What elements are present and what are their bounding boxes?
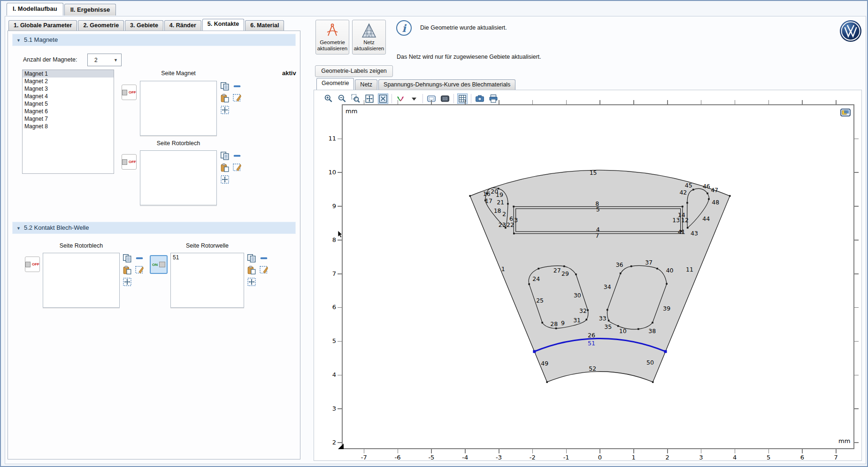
chevron-down-icon: ▼ bbox=[114, 58, 121, 62]
geometry-vertex bbox=[541, 322, 543, 324]
seite-magnet-toggle[interactable]: OFF bbox=[122, 85, 137, 100]
zoom-out-icon[interactable] bbox=[337, 93, 347, 104]
edge-label-17: 17 bbox=[485, 197, 492, 204]
grid-icon[interactable] bbox=[457, 93, 468, 104]
zoom-in-icon[interactable] bbox=[323, 93, 334, 104]
axis-tick bbox=[338, 307, 342, 308]
magnet-list-item[interactable]: Magnet 4 bbox=[23, 93, 114, 100]
axis-tick bbox=[633, 449, 634, 453]
zoom-box-icon[interactable] bbox=[351, 93, 361, 104]
rotorwelle-toggle[interactable]: ON bbox=[150, 255, 168, 274]
zoom-extents-icon[interactable] bbox=[364, 93, 375, 104]
magnet-list-item[interactable]: Magnet 3 bbox=[23, 85, 114, 93]
copy-selection-icon[interactable] bbox=[220, 151, 230, 161]
seite-rotorblech-toggle[interactable]: OFF bbox=[122, 154, 137, 170]
edge-label-7: 7 bbox=[595, 232, 599, 239]
copy-selection-icon[interactable] bbox=[123, 254, 132, 263]
rotorwelle-selection-box[interactable]: 51 bbox=[170, 253, 244, 308]
magnet-list-item[interactable]: Magnet 5 bbox=[23, 100, 114, 108]
kontakt-rotorblech-toggle[interactable]: OFF bbox=[25, 257, 40, 272]
update-geometry-button[interactable]: Geometrieaktualisieren bbox=[315, 20, 349, 54]
magnet-list-item[interactable]: Magnet 6 bbox=[23, 108, 114, 115]
copy-selection-icon[interactable] bbox=[220, 82, 230, 91]
graphics-tab-geometrie[interactable]: Geometrie bbox=[316, 78, 354, 90]
edge-label-10: 10 bbox=[619, 327, 627, 335]
fit-window-icon[interactable] bbox=[378, 93, 388, 104]
axis-tick bbox=[465, 100, 466, 104]
section-header-magnete[interactable]: ▼5.1 Magnete bbox=[12, 34, 296, 46]
zoom-to-selection-icon[interactable] bbox=[247, 277, 256, 287]
caret-down-icon[interactable] bbox=[409, 93, 419, 104]
print-icon[interactable] bbox=[488, 93, 499, 104]
clear-selection-icon[interactable] bbox=[259, 265, 269, 275]
seite-magnet-selection-box[interactable] bbox=[140, 81, 217, 136]
geometry-vertex bbox=[687, 227, 689, 229]
geometry-vertex bbox=[538, 268, 539, 270]
axis-tick bbox=[701, 449, 702, 453]
paste-selection-icon[interactable] bbox=[123, 265, 132, 275]
edge-label-41: 41 bbox=[678, 228, 685, 235]
magnet-list[interactable]: Magnet 1Magnet 2Magnet 3Magnet 4Magnet 5… bbox=[22, 70, 114, 174]
edge-label-35: 35 bbox=[604, 323, 612, 330]
sub-tab-5-kontakte[interactable]: 5. Kontakte bbox=[202, 19, 244, 31]
sub-tab-2-geometrie[interactable]: 2. Geometrie bbox=[78, 20, 124, 31]
edge-label-33: 33 bbox=[599, 315, 607, 322]
clear-selection-icon[interactable] bbox=[232, 93, 242, 103]
remove-selection-icon[interactable] bbox=[232, 151, 242, 161]
selected-vertex bbox=[533, 350, 536, 353]
paste-selection-icon[interactable] bbox=[247, 265, 256, 275]
graphics-tab-spannungs-dehnungs-kurve-des-blechmaterials[interactable]: Spannungs-Dehnungs-Kurve des Blechmateri… bbox=[378, 79, 515, 90]
camera-icon[interactable] bbox=[475, 93, 485, 104]
zoom-to-selection-icon[interactable] bbox=[220, 175, 230, 184]
sub-tab-1-globale-parameter[interactable]: 1. Globale Parameter bbox=[8, 20, 77, 31]
geometry-vertex bbox=[575, 273, 577, 275]
section-header-kontakt[interactable]: ▼5.2 Kontakt Blech-Welle bbox=[12, 222, 296, 234]
kontakt-rotorblech-selection-box[interactable] bbox=[43, 253, 120, 308]
magnet-list-item[interactable]: Magnet 8 bbox=[23, 123, 114, 130]
magnet-list-item[interactable]: Magnet 2 bbox=[23, 78, 114, 85]
paste-selection-icon[interactable] bbox=[220, 93, 230, 103]
edge-label-29: 29 bbox=[561, 270, 569, 277]
edge-label-34: 34 bbox=[604, 283, 611, 290]
main-tab-ii-ergebnisse[interactable]: II. Ergebnisse bbox=[64, 4, 116, 16]
axis-tick bbox=[532, 449, 533, 453]
edge-label-27: 27 bbox=[553, 267, 561, 274]
magnet-list-item[interactable]: Magnet 1 bbox=[23, 70, 114, 78]
sub-tab-4-ränder[interactable]: 4. Ränder bbox=[164, 20, 201, 31]
x-axis-tick-label: 7 bbox=[828, 454, 844, 461]
clear-selection-icon[interactable] bbox=[135, 265, 144, 275]
axis-tick bbox=[398, 449, 399, 453]
magnet-count-value: 2 bbox=[88, 57, 114, 63]
edge-label-45: 45 bbox=[685, 182, 692, 189]
copy-image-dark-icon[interactable] bbox=[440, 93, 450, 104]
geometry-vertex bbox=[630, 265, 632, 267]
seite-rotorblech-selection-box[interactable] bbox=[140, 150, 217, 205]
axis-orientation-icon[interactable] bbox=[395, 93, 406, 104]
show-geometry-labels-button[interactable]: Geometrie-Labels zeigen bbox=[315, 65, 393, 77]
remove-selection-icon[interactable] bbox=[135, 254, 144, 263]
axis-tick bbox=[398, 100, 399, 104]
remove-selection-icon[interactable] bbox=[259, 254, 269, 263]
magnet-list-item[interactable]: Magnet 7 bbox=[23, 115, 114, 123]
geometry-vertex bbox=[585, 319, 587, 320]
remove-selection-icon[interactable] bbox=[232, 82, 242, 91]
edge-label-36: 36 bbox=[616, 261, 623, 268]
zoom-to-selection-icon[interactable] bbox=[123, 277, 132, 287]
magnet-count-dropdown[interactable]: 2 ▼ bbox=[87, 54, 122, 66]
axis-tick bbox=[431, 100, 432, 104]
main-tab-i-modellaufbau[interactable]: I. Modellaufbau bbox=[7, 3, 63, 16]
y-axis-tick-label: 3 bbox=[320, 405, 336, 412]
clear-selection-icon[interactable] bbox=[232, 163, 242, 172]
zoom-to-selection-icon[interactable] bbox=[220, 105, 230, 115]
copy-selection-icon[interactable] bbox=[247, 254, 256, 263]
axis-tick bbox=[338, 206, 342, 207]
sub-tab-6-material[interactable]: 6. Material bbox=[245, 20, 284, 31]
update-mesh-button[interactable]: Netzaktualisieren bbox=[352, 20, 386, 54]
graphics-tab-netz[interactable]: Netz bbox=[355, 79, 377, 90]
edge-label-46: 46 bbox=[703, 183, 710, 190]
y-axis-tick-label: 11 bbox=[320, 135, 336, 142]
sub-tab-3-gebiete[interactable]: 3. Gebiete bbox=[125, 20, 163, 31]
paste-selection-icon[interactable] bbox=[220, 163, 230, 172]
selection-title-kontakt-rotorblech: Seite Rotorblech bbox=[43, 242, 120, 249]
geometry-vertex bbox=[729, 195, 731, 197]
